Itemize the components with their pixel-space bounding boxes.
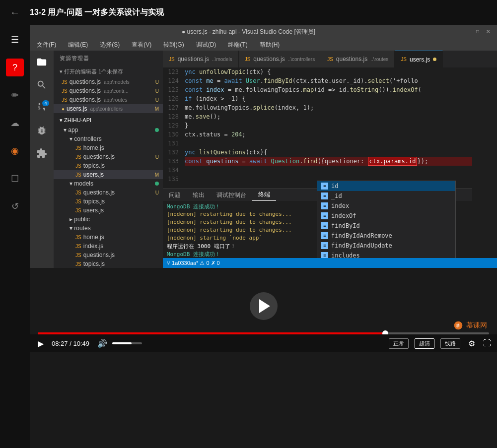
code-line-133: const questions = await Question.find({q… [185, 157, 472, 166]
sidebar-icon-refresh[interactable]: ↺ [6, 197, 24, 215]
menu-file[interactable]: 文件(F) [34, 40, 59, 50]
open-file-users-controllers[interactable]: ● users.jsapp\controllers M [54, 104, 163, 113]
sidebar-icon-question[interactable]: ? [6, 59, 24, 76]
tab-users-js[interactable]: JS users.js [395, 51, 443, 67]
ac-item-includes[interactable]: ≡ includes [317, 251, 455, 258]
ac-item-findbyidandremove[interactable]: ≡ findByIdAndRemove [317, 231, 455, 241]
activity-source-control[interactable]: 4 [34, 100, 49, 115]
file-topics-model[interactable]: JStopics.js [54, 197, 163, 206]
play-pause-button[interactable]: ▶ [36, 337, 46, 350]
folder-controllers[interactable]: ▾ controllers [54, 134, 163, 143]
code-line-131 [185, 139, 472, 148]
sidebar-icon-edit[interactable]: ✏ [6, 86, 24, 104]
minimize-button[interactable]: — [466, 29, 472, 35]
menu-edit[interactable]: 编辑(E) [65, 40, 91, 50]
play-button-large[interactable] [250, 292, 278, 320]
logo-area: 慕 慕课网 [453, 320, 487, 330]
ac-item-id[interactable]: ≡ id [317, 181, 455, 191]
file-users-controller[interactable]: JSusers.js M [54, 170, 163, 179]
folder-routes[interactable]: ▾ routes [54, 224, 163, 233]
ac-item-findbyidandupdate[interactable]: ≡ findByIdAndUpdate [317, 241, 455, 251]
menu-goto[interactable]: 转到(G) [160, 40, 187, 50]
ac-label-indexof: indexOf [331, 212, 356, 219]
explorer-panel: 资源管理器 ▾ 打开的编辑器 1个未保存 JS questions.jsapp\… [54, 51, 163, 268]
ac-item-_id[interactable]: ≡ _id [317, 191, 455, 201]
autocomplete-dropdown[interactable]: ≡ id ≡ _id ≡ index [317, 181, 456, 258]
file-questions-route[interactable]: JSquestions.js [54, 251, 163, 259]
file-questions-model[interactable]: JSquestions.js U [54, 188, 163, 197]
fullscreen-button[interactable]: ⛶ [483, 339, 491, 348]
file-topics-route[interactable]: JStopics.js [54, 259, 163, 268]
sidebar-icon-menu[interactable]: ☰ [6, 31, 24, 49]
code-line-128: me.save(); [185, 112, 472, 121]
back-button[interactable]: ← [8, 5, 22, 20]
terminal-tab-debug[interactable]: 调试控制台 [211, 189, 252, 201]
tab-questions-models[interactable]: JS questions.js ..\models [163, 51, 239, 67]
ac-icon-findbyid: ≡ [321, 222, 328, 229]
ac-icon-findbyidandremove: ≡ [321, 232, 328, 239]
menu-view[interactable]: 查看(V) [129, 40, 154, 50]
open-file-questions-contr[interactable]: JS questions.jsapp\contr... U [54, 86, 163, 95]
terminal-tab-output[interactable]: 输出 [187, 189, 211, 201]
explorer-title: 资源管理器 [54, 51, 163, 66]
menu-select[interactable]: 选择(S) [97, 40, 123, 50]
play-triangle-icon [259, 299, 270, 313]
file-index-route[interactable]: JSindex.js [54, 242, 163, 251]
sidebar-icon-imooc[interactable]: ◉ [6, 142, 24, 160]
ac-item-index[interactable]: ≡ index [317, 201, 455, 211]
open-file-questions-models[interactable]: JS questions.jsapp\models U [54, 77, 163, 86]
terminal-tab-issues[interactable]: 问题 [163, 189, 187, 201]
ac-icon-indexof: ≡ [321, 212, 328, 219]
folder-models[interactable]: ▾ models [54, 179, 163, 188]
file-home-route[interactable]: JShome.js [54, 233, 163, 242]
ac-label-includes: includes [331, 252, 360, 258]
ac-icon-index: ≡ [321, 202, 328, 209]
close-button[interactable]: ✕ [486, 29, 492, 35]
ac-item-findbyid[interactable]: ≡ findById [317, 221, 455, 231]
vscode-title-text: ● users.js · zhihu-api - Visual Studio C… [35, 28, 462, 36]
activity-debug[interactable] [34, 123, 49, 138]
logo-text: 慕课网 [466, 321, 487, 330]
tab-questions-controllers[interactable]: JS questions.js ..\controllers [239, 51, 322, 67]
quality-hd[interactable]: 超清 [415, 338, 434, 349]
menu-help[interactable]: 帮助(H) [257, 40, 283, 50]
activity-search[interactable] [34, 77, 49, 92]
file-questions-controller[interactable]: JSquestions.js U [54, 152, 163, 161]
code-editor[interactable]: 123 124 125 126 127 128 129 130 131 [163, 67, 472, 258]
activity-files[interactable] [34, 55, 49, 69]
ac-item-indexof[interactable]: ≡ indexOf [317, 211, 455, 221]
settings-button[interactable]: ⚙ [466, 337, 477, 350]
editor-and-right: 123 124 125 126 127 128 129 130 131 [163, 67, 497, 258]
open-file-questions-routes[interactable]: JS questions.jsapp\routes U [54, 95, 163, 104]
file-topics-controller[interactable]: JStopics.js [54, 161, 163, 170]
left-sidebar: ☰ ? ✏ ☁ ◉ ☐ ↺ [0, 25, 30, 448]
ac-label-id: id [331, 183, 338, 190]
maximize-button[interactable]: □ [476, 29, 482, 35]
menu-terminal[interactable]: 终端(T) [225, 40, 250, 50]
ac-icon-id: ≡ [321, 183, 328, 190]
video-frame: ● users.js · zhihu-api - Visual Studio C… [30, 25, 497, 268]
minimap [472, 67, 497, 258]
sidebar-icon-cloud[interactable]: ☁ [6, 114, 24, 132]
file-users-model[interactable]: JSusers.js [54, 206, 163, 215]
quality-route[interactable]: 线路 [440, 338, 460, 349]
code-line-126: if (index > -1) { [185, 94, 472, 103]
logo-icon: 慕 [453, 320, 463, 330]
code-line-123: ync unfollowTopic(ctx) { [185, 67, 472, 76]
quality-normal[interactable]: 正常 [389, 338, 409, 349]
folder-app[interactable]: ▾ app [54, 126, 163, 134]
terminal-tab-terminal[interactable]: 终端 [252, 189, 276, 201]
menu-debug[interactable]: 调试(D) [193, 40, 219, 50]
activity-extensions[interactable] [34, 146, 49, 161]
code-line-130: ctx.status = 204; [185, 130, 472, 139]
vscode-window-controls: — □ ✕ [466, 29, 492, 35]
volume-bar[interactable] [112, 342, 142, 344]
sidebar-icon-list[interactable]: ☐ [6, 170, 24, 188]
file-home-js[interactable]: JShome.js [54, 143, 163, 152]
current-time: 08:27 [52, 340, 68, 347]
volume-icon[interactable]: 🔊 [95, 337, 109, 350]
project-section[interactable]: ▾ ZHIHU-API [54, 115, 163, 126]
folder-public[interactable]: ▸ public [54, 215, 163, 224]
tab-questions-routes[interactable]: JS questions.js ..\routes [321, 51, 395, 67]
open-editors-section[interactable]: ▾ 打开的编辑器 1个未保存 [54, 66, 163, 77]
